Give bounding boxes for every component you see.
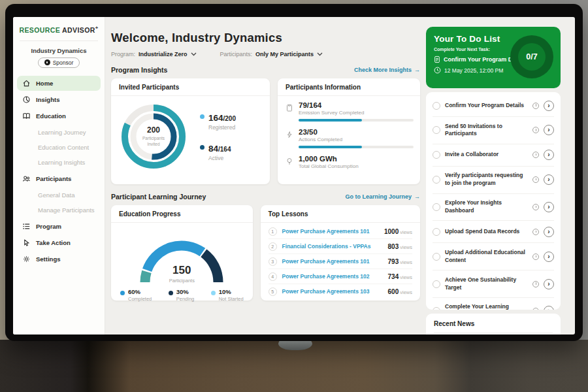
clock-icon	[532, 127, 539, 133]
lesson-row: 1 Power Purchase Agreements 101 1000view…	[269, 224, 412, 239]
task-checkbox[interactable]	[433, 253, 440, 261]
clock-icon	[532, 308, 539, 310]
filter-label: Program:	[111, 51, 135, 57]
lesson-link[interactable]: Financial Considerations - VPPAs	[282, 243, 383, 250]
clock-icon	[532, 253, 539, 260]
sidebar-item-home[interactable]: Home	[17, 76, 101, 91]
sidebar-item-general-data[interactable]: General Data	[13, 188, 105, 203]
sidebar-item-settings[interactable]: Settings	[17, 252, 101, 267]
task-row[interactable]: Upload Additional Educational Content ›	[433, 243, 554, 270]
task-chevron-button[interactable]: ›	[544, 227, 554, 237]
lesson-row: 2 Financial Considerations - VPPAs 803vi…	[269, 239, 412, 254]
task-chevron-button[interactable]: ›	[544, 279, 554, 289]
task-checkbox[interactable]	[433, 203, 440, 211]
divider	[434, 333, 553, 333]
document-icon	[434, 56, 440, 63]
sidebar-item-participants[interactable]: Participants	[17, 171, 101, 186]
todo-summary-card: Your To Do List Complete Your Next Task:…	[426, 27, 561, 88]
task-label: Invite a Collaborator	[445, 151, 528, 159]
task-checkbox[interactable]	[433, 280, 440, 288]
task-chevron-button[interactable]: ›	[544, 174, 554, 185]
legend-dot	[211, 291, 216, 295]
lesson-row: 5 Power Purchase Agreements 103 600views	[269, 284, 412, 299]
program-filter[interactable]: Program: Industrialize Zero	[111, 51, 197, 57]
participants-icon	[22, 174, 31, 183]
program-insights-header: Program Insights Check More Insights →	[111, 66, 420, 74]
sponsor-icon	[44, 59, 50, 65]
filter-value: Only My Participants	[255, 51, 314, 57]
participants-filter[interactable]: Participants: Only My Participants	[220, 51, 323, 57]
education-progress-card: Education Progress 150 Participants	[111, 205, 253, 301]
task-checkbox[interactable]	[433, 151, 440, 159]
task-row[interactable]: Complete Your Learning Journey ›	[433, 298, 554, 310]
task-row[interactable]: Verify participants requesting to join t…	[433, 167, 554, 194]
task-label: Confirm Your Program Details	[445, 102, 528, 110]
task-checkbox[interactable]	[433, 228, 440, 236]
todo-progress-value: 0/7	[518, 43, 546, 71]
clock-icon	[434, 67, 441, 74]
sidebar-item-program[interactable]: Program	[17, 219, 101, 234]
bulb-icon	[286, 157, 293, 165]
invited-participants-card: Invited Participants 200 Participants In…	[111, 78, 270, 184]
task-checkbox[interactable]	[433, 176, 440, 184]
sponsor-badge: Sponsor	[38, 57, 80, 68]
todo-due-date: 12 May 2025, 12:00 PM	[444, 67, 503, 74]
lesson-link[interactable]: Power Purchase Agreements 101	[282, 258, 383, 265]
todo-panel: Your To Do List Complete Your Next Task:…	[426, 17, 561, 335]
logo-plus: +	[95, 25, 99, 31]
task-row[interactable]: Upload Spend Data Records ›	[433, 221, 554, 243]
recent-news-title: Recent News	[434, 320, 474, 327]
task-checkbox[interactable]	[433, 102, 440, 110]
sidebar: RESOURCE ADVISOR+ Industry Dynamics Spon…	[13, 17, 105, 335]
task-chevron-button[interactable]: ›	[544, 252, 554, 262]
sidebar-item-label: Participants	[36, 175, 71, 182]
lesson-link[interactable]: Power Purchase Agreements 102	[282, 273, 383, 280]
legend-dot	[200, 145, 204, 150]
card-title: Top Lessons	[261, 205, 420, 223]
sidebar-item-take-action[interactable]: Take Action	[17, 235, 101, 250]
task-row[interactable]: Achieve One Sustainability Target ›	[433, 270, 554, 298]
lesson-rank-badge: 3	[269, 257, 277, 266]
task-chevron-button[interactable]: ›	[544, 150, 554, 160]
logo-text-green: RESOURCE	[19, 26, 60, 34]
lesson-link[interactable]: Power Purchase Agreements 101	[282, 228, 379, 235]
lesson-link[interactable]: Power Purchase Agreements 103	[282, 288, 383, 295]
task-row[interactable]: Invite a Collaborator ›	[433, 144, 554, 167]
task-chevron-button[interactable]: ›	[544, 101, 554, 111]
lesson-row: 3 Power Purchase Agreements 101 793views	[269, 254, 412, 269]
filter-value: Industrialize Zero	[139, 51, 188, 57]
legend-item-pending: 30%Pending	[169, 288, 195, 302]
main-content: Welcome, Industry Dynamics Program: Indu…	[105, 17, 423, 335]
app-logo: RESOURCE ADVISOR+	[13, 25, 105, 34]
section-heading: Program Insights	[111, 66, 167, 74]
task-row[interactable]: Send 50 Invitations to Participants ›	[433, 117, 554, 144]
go-to-learning-journey-link[interactable]: Go to Learning Journey →	[345, 193, 420, 200]
task-chevron-button[interactable]: ›	[544, 125, 554, 135]
sidebar-item-manage-participants[interactable]: Manage Participants	[13, 203, 105, 218]
task-chevron-button[interactable]: ›	[544, 306, 554, 310]
task-checkbox[interactable]	[433, 126, 440, 134]
sidebar-item-education-content[interactable]: Education Content	[13, 140, 105, 155]
gauge-center-value: 150	[126, 264, 237, 277]
check-more-insights-link[interactable]: Check More Insights →	[354, 67, 420, 73]
sidebar-item-insights[interactable]: Insights	[17, 92, 101, 107]
metric-emission-survey: 79/164 Emission Survey Completed	[286, 101, 412, 122]
task-label: Complete Your Learning Journey	[445, 303, 528, 310]
sponsor-badge-label: Sponsor	[53, 59, 74, 66]
invited-participants-donut-chart: 200 Participants Invited	[118, 101, 189, 172]
todo-task-list: Confirm Your Program Details › Send 50 I…	[426, 92, 561, 310]
legend-dot	[200, 114, 204, 119]
arrow-right-icon: →	[414, 67, 420, 73]
learning-journey-header: Participant Learning Journey Go to Learn…	[111, 193, 420, 201]
clock-icon	[532, 103, 539, 109]
sidebar-item-label: Insights	[36, 96, 59, 103]
sidebar-item-learning-journey[interactable]: Learning Journey	[13, 125, 105, 140]
arrow-right-icon: →	[414, 193, 420, 200]
task-row[interactable]: Confirm Your Program Details ›	[433, 95, 554, 117]
task-chevron-button[interactable]: ›	[544, 202, 554, 212]
sidebar-item-learning-insights[interactable]: Learning Insights	[13, 155, 105, 170]
sidebar-item-label: Program	[36, 223, 61, 230]
task-checkbox[interactable]	[433, 307, 440, 310]
sidebar-item-education[interactable]: Education	[17, 108, 101, 123]
task-row[interactable]: Explore Your Insights Dashboard ›	[433, 194, 554, 221]
